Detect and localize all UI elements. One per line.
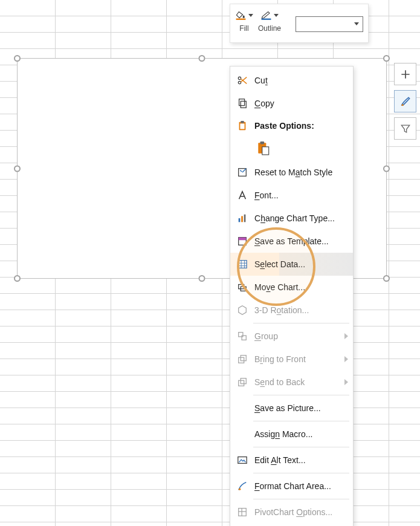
- submenu-arrow-icon: [344, 333, 348, 339]
- svg-rect-26: [239, 380, 244, 386]
- menu-format-chart-area[interactable]: Format Chart Area...: [230, 475, 353, 498]
- menu-save-as-picture[interactable]: Save as Picture...: [230, 397, 353, 420]
- menu-change-chart-type[interactable]: Change Chart Type...: [230, 207, 353, 230]
- menu-label: 3-D Rotation...: [254, 305, 348, 315]
- menu-separator: [253, 421, 349, 421]
- menu-cut[interactable]: Cut: [230, 69, 353, 92]
- outline-button-label: Outline: [258, 24, 281, 33]
- menu-group: Group: [230, 325, 353, 348]
- menu-save-as-template[interactable]: Save as Template...: [230, 230, 353, 253]
- menu-label: Edit Alt Text...: [254, 455, 348, 465]
- menu-copy[interactable]: Copy: [230, 92, 353, 115]
- svg-rect-0: [236, 19, 246, 20]
- svg-rect-14: [241, 216, 243, 222]
- menu-reset-match-style[interactable]: Reset to Match Style: [230, 161, 353, 184]
- svg-rect-5: [241, 101, 246, 108]
- menu-label: Group: [254, 331, 344, 341]
- resize-handle-bm[interactable]: [199, 275, 205, 282]
- group-icon: [237, 331, 248, 342]
- menu-label: PivotChart Options...: [254, 507, 348, 517]
- menu-separator: [253, 499, 349, 499]
- menu-label: Assign Macro...: [254, 429, 348, 439]
- menu-edit-alt-text[interactable]: Edit Alt Text...: [230, 449, 353, 472]
- resize-handle-tm[interactable]: [199, 55, 205, 62]
- brush-icon: [399, 96, 412, 108]
- svg-rect-25: [241, 378, 246, 384]
- select-data-icon: [237, 259, 248, 270]
- menu-label: Save as Picture...: [254, 403, 348, 413]
- pivotchart-icon: [237, 507, 248, 518]
- svg-rect-4: [239, 99, 245, 106]
- menu-label: Format Chart Area...: [254, 481, 348, 491]
- funnel-icon: [399, 123, 412, 135]
- resize-handle-bl[interactable]: [14, 275, 21, 282]
- resize-handle-tr[interactable]: [383, 55, 390, 62]
- menu-move-chart[interactable]: Move Chart...: [230, 276, 353, 299]
- clipboard-paste-icon: [256, 141, 271, 155]
- resize-handle-tl[interactable]: [14, 55, 21, 62]
- menu-send-to-back: Send to Back: [230, 371, 353, 394]
- save-template-icon: [237, 236, 248, 247]
- scissors-icon: [237, 75, 248, 86]
- menu-paste-options: Paste Options:: [230, 115, 353, 137]
- pen-outline-icon: [260, 9, 272, 21]
- dropdown-caret-icon: [354, 22, 359, 25]
- format-icon: [237, 481, 248, 492]
- svg-rect-18: [238, 261, 247, 268]
- svg-rect-23: [239, 357, 244, 363]
- svg-rect-17: [239, 238, 247, 241]
- svg-rect-15: [244, 215, 246, 222]
- menu-separator: [253, 447, 349, 447]
- context-menu: Cut Copy Paste Options: Reset to Match S…: [230, 66, 354, 526]
- clipboard-icon: [237, 120, 248, 131]
- plus-icon: [399, 68, 412, 80]
- menu-label: Change Chart Type...: [254, 213, 348, 223]
- menu-separator: [253, 323, 349, 323]
- paste-default-button[interactable]: [254, 139, 273, 157]
- resize-handle-mr[interactable]: [383, 165, 390, 172]
- dropdown-caret-icon: [274, 14, 279, 17]
- menu-separator: [253, 473, 349, 473]
- dropdown-caret-icon: [248, 14, 253, 17]
- fill-button[interactable]: Fill: [235, 8, 253, 40]
- menu-label: Send to Back: [254, 377, 344, 387]
- chart-elements-button[interactable]: [394, 63, 416, 85]
- menu-separator: [253, 395, 349, 395]
- menu-label: Reset to Match Style: [254, 167, 348, 177]
- shape-style-combo[interactable]: [296, 16, 363, 32]
- menu-label: Cut: [254, 76, 348, 85]
- chart-filter-button[interactable]: [394, 117, 416, 140]
- menu-label: Save as Template...: [254, 236, 348, 246]
- reset-style-icon: [237, 167, 248, 178]
- svg-rect-7: [241, 121, 244, 123]
- menu-label: Font...: [254, 190, 348, 200]
- menu-pivotchart-options: PivotChart Options...: [230, 501, 353, 524]
- menu-font[interactable]: Font...: [230, 184, 353, 207]
- move-chart-icon: [237, 282, 248, 293]
- chart-type-icon: [237, 213, 248, 224]
- outline-button[interactable]: Outline: [258, 8, 281, 40]
- svg-rect-22: [242, 336, 246, 340]
- cube-icon: [237, 305, 248, 316]
- send-back-icon: [237, 377, 248, 388]
- bring-front-icon: [237, 354, 248, 365]
- menu-label: Move Chart...: [254, 282, 348, 292]
- submenu-arrow-icon: [344, 356, 348, 362]
- menu-label: Select Data...: [254, 259, 348, 269]
- fill-bucket-icon: [235, 9, 247, 21]
- font-a-icon: [237, 190, 248, 201]
- chart-styles-button[interactable]: [394, 90, 416, 112]
- svg-rect-24: [241, 356, 246, 361]
- resize-handle-br[interactable]: [383, 275, 390, 282]
- svg-rect-13: [239, 218, 241, 222]
- svg-rect-8: [240, 123, 244, 129]
- fill-button-label: Fill: [239, 24, 248, 33]
- resize-handle-ml[interactable]: [14, 165, 21, 172]
- menu-bring-to-front: Bring to Front: [230, 348, 353, 371]
- menu-select-data[interactable]: Select Data...: [230, 253, 353, 276]
- menu-assign-macro[interactable]: Assign Macro...: [230, 423, 353, 446]
- menu-label: Copy: [254, 99, 348, 108]
- mini-toolbar: Fill Outline: [230, 4, 369, 43]
- svg-rect-1: [262, 19, 271, 20]
- submenu-arrow-icon: [344, 379, 348, 385]
